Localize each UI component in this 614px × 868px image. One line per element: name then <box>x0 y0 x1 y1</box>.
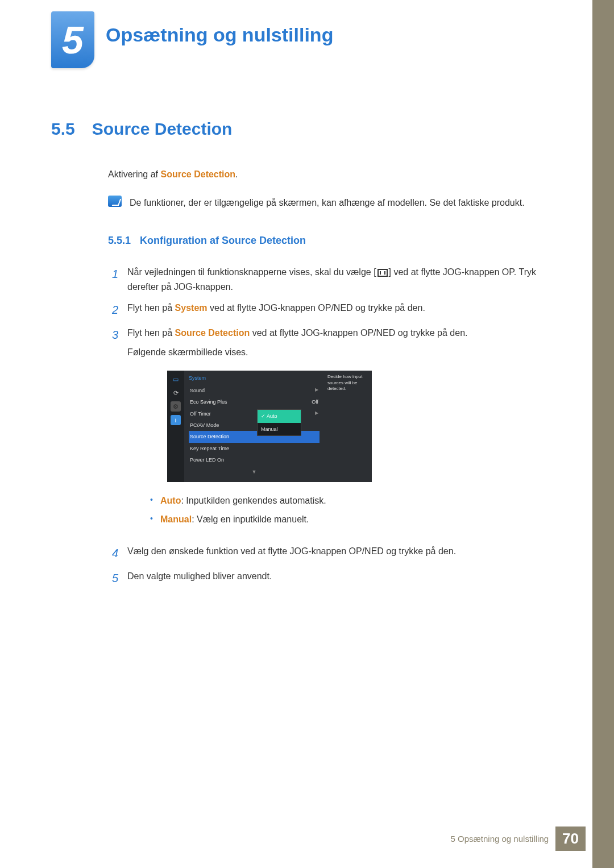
osd-title: System <box>189 374 320 382</box>
intro-text: Aktivering af Source Detection. <box>108 167 563 182</box>
page-content: 5 Opsætning og nulstilling 5.5 Source De… <box>0 0 614 587</box>
step3-c: Følgende skærmbillede vises. <box>127 345 563 360</box>
osd-label: Source Detection <box>190 433 229 441</box>
bullet-term: Manual <box>160 514 192 524</box>
osd-sidebar: ▭ ⟳ ⚙ i <box>167 371 184 482</box>
step-5: 5 Den valgte mulighed bliver anvendt. <box>108 569 563 587</box>
subsection-number: 5.5.1 <box>108 232 131 249</box>
note-row: De funktioner, der er tilgængelige på sk… <box>108 196 563 210</box>
step-number: 2 <box>108 301 118 319</box>
section-title: Source Detection <box>92 119 233 139</box>
osd-row: Eco Saving PlusOff <box>189 396 320 408</box>
chapter-header: 5 Opsætning og nulstilling <box>51 11 563 68</box>
step4-text: Vælg den ønskede funktion ved at flytte … <box>127 544 563 559</box>
step-1: 1 Når vejledningen til funktionsknappern… <box>108 265 563 294</box>
intro-term: Source Detection <box>160 169 235 179</box>
bullet-manual: Manual: Vælg en inputkilde manuelt. <box>150 512 563 527</box>
chapter-number-tab: 5 <box>51 11 94 68</box>
option-bullets: Auto: Inputkilden genkendes automatisk. … <box>150 493 563 527</box>
step3-term: Source Detection <box>175 328 250 338</box>
osd-label: PC/AV Mode <box>190 421 219 429</box>
section-number: 5.5 <box>51 119 75 139</box>
chevron-right-icon: ▶ <box>315 410 318 418</box>
step-3: 3 Flyt hen på Source Detection ved at fl… <box>108 326 563 537</box>
page-footer: 5 Opsætning og nulstilling 70 <box>450 827 586 851</box>
step3-b: ved at flytte JOG-knappen OP/NED og tryk… <box>250 328 467 338</box>
osd-label: Power LED On <box>190 456 224 464</box>
step-number: 1 <box>108 265 118 283</box>
intro-suffix: . <box>235 169 238 179</box>
chevron-right-icon: ▶ <box>315 387 318 394</box>
osd-label: Sound <box>190 387 205 394</box>
gear-icon: ⚙ <box>171 401 181 412</box>
chapter-title: Opsætning og nulstilling <box>106 24 333 46</box>
osd-popup: ✓ Auto Manual <box>257 409 301 436</box>
intro-prefix: Aktivering af <box>108 169 160 179</box>
chevron-down-icon: ▼ <box>189 468 320 476</box>
osd-screenshot: ▭ ⟳ ⚙ i System Sound▶ Eco Saving PlusOff… <box>167 371 372 482</box>
osd-main: System Sound▶ Eco Saving PlusOff Off Tim… <box>184 371 324 482</box>
step2-term: System <box>175 303 208 313</box>
menu-icon <box>377 269 388 277</box>
check-icon: ✓ <box>261 413 265 419</box>
subsection-title: Konfiguration af Source Detection <box>140 232 306 249</box>
section-heading: 5.5 Source Detection <box>51 119 563 139</box>
steps-list: 1 Når vejledningen til funktionsknappern… <box>108 265 563 587</box>
side-stripe <box>592 0 614 868</box>
osd-row: Power LED On <box>189 454 320 466</box>
bullet-auto: Auto: Inputkilden genkendes automatisk. <box>150 493 563 508</box>
step3-a: Flyt hen på <box>127 328 175 338</box>
step-number: 4 <box>108 544 118 562</box>
step-number: 3 <box>108 326 118 344</box>
osd-description: Decide how input sources will be detecte… <box>324 371 372 482</box>
bullet-term: Auto <box>160 496 181 505</box>
step-4: 4 Vælg den ønskede funktion ved at flytt… <box>108 544 563 562</box>
step2-a: Flyt hen på <box>127 303 175 313</box>
note-text: De funktioner, der er tilgængelige på sk… <box>130 196 525 210</box>
osd-popup-option: Manual <box>258 423 301 435</box>
step-2: 2 Flyt hen på System ved at flytte JOG-k… <box>108 301 563 319</box>
footer-page-number: 70 <box>555 827 586 851</box>
step1-a: Når vejledningen til funktionsknapperne … <box>127 267 376 277</box>
info-icon: i <box>171 415 181 425</box>
osd-label: Off Timer <box>190 410 211 418</box>
bullet-text: : Inputkilden genkendes automatisk. <box>181 496 326 505</box>
osd-option: Auto <box>267 413 277 419</box>
osd-label: Eco Saving Plus <box>190 398 227 406</box>
osd-label: Key Repeat Time <box>190 445 229 452</box>
osd-row: Key Repeat Time <box>189 443 320 454</box>
subsection-heading: 5.5.1 Konfiguration af Source Detection <box>108 232 563 249</box>
osd-row: Sound▶ <box>189 385 320 396</box>
monitor-icon: ▭ <box>171 374 181 384</box>
step5-text: Den valgte mulighed bliver anvendt. <box>127 569 563 584</box>
osd-popup-selected: ✓ Auto <box>258 410 301 422</box>
osd-value: Off <box>312 398 318 406</box>
bullet-text: : Vælg en inputkilde manuelt. <box>192 514 309 524</box>
note-icon <box>108 196 122 207</box>
step-number: 5 <box>108 569 118 587</box>
arrows-icon: ⟳ <box>171 388 181 398</box>
step2-b: ved at flytte JOG-knappen OP/NED og tryk… <box>208 303 425 313</box>
footer-text: 5 Opsætning og nulstilling <box>450 834 549 844</box>
